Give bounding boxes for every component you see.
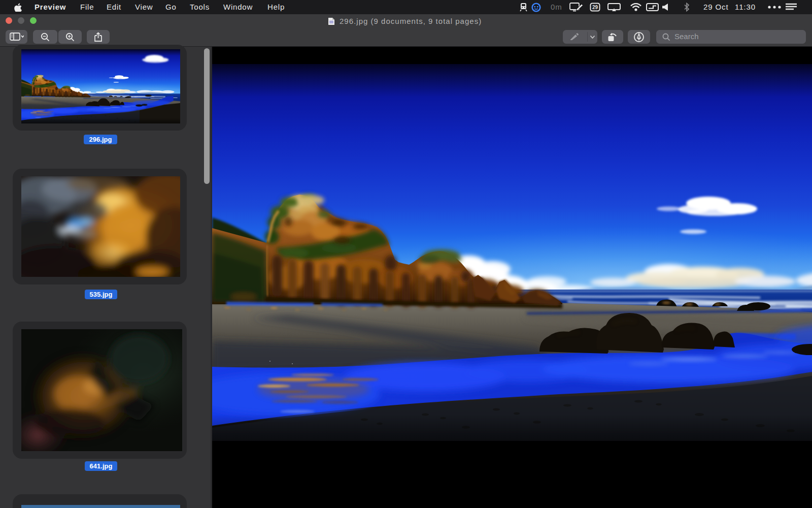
svg-text:29: 29: [592, 5, 598, 10]
